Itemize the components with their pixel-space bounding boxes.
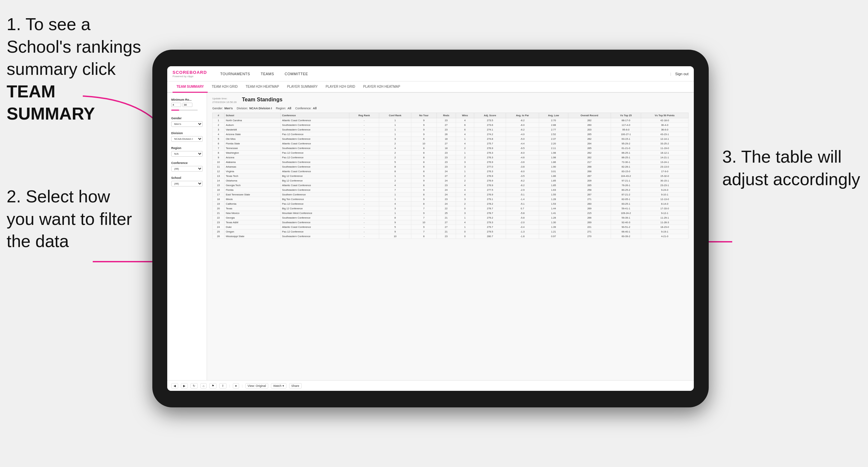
cell-avg-low: 265 xyxy=(568,146,611,151)
cell-wins: 3 xyxy=(456,160,474,165)
cell-avg-to-par: 1.85 xyxy=(539,183,568,188)
nav-tournaments[interactable]: TOURNAMENTS xyxy=(215,66,255,82)
share-toolbar-btn[interactable]: ⇧ xyxy=(219,383,226,388)
cell-avg-par: -6.2 xyxy=(506,127,539,132)
cell-record: 11-19-0 xyxy=(641,146,688,151)
filter-conference-display: Conference: All xyxy=(295,107,317,110)
cell-avg-to-par: 1.28 xyxy=(539,216,568,220)
cell-rank: 4 xyxy=(213,132,224,137)
cell-avg-low: 203 xyxy=(568,127,611,132)
cell-overall: 60-39-2 xyxy=(611,234,641,239)
cell-avg-low: 209 xyxy=(568,179,611,183)
nav-teams[interactable]: TEAMS xyxy=(255,66,279,82)
cell-school: Tennessee xyxy=(224,146,280,151)
cell-wins: 4 xyxy=(456,183,474,188)
cell-rnds: 27 xyxy=(436,225,456,229)
sidebar-filters: Minimum Ro... Gender Men's xyxy=(167,93,207,380)
cell-conf-rank: 8 xyxy=(379,216,411,220)
cell-wins: 4 xyxy=(456,188,474,192)
filter-region-select[interactable]: N/A xyxy=(171,151,203,157)
view-original-btn[interactable]: View: Original xyxy=(245,383,268,388)
cell-wins: 4 xyxy=(456,132,474,137)
filter-conference-select[interactable]: (All) xyxy=(171,166,203,172)
sign-out-button[interactable]: Sign out xyxy=(675,72,688,76)
cell-avg-par: -4.6 xyxy=(506,155,539,160)
cell-rnds: 25 xyxy=(436,211,456,216)
share-btn[interactable]: Share xyxy=(289,383,302,388)
cell-overall: 92-40-3 xyxy=(611,220,641,225)
cell-wins: 1 xyxy=(456,216,474,220)
cell-no-tour: 9 xyxy=(411,188,436,192)
cell-reg-rank: - xyxy=(349,132,379,137)
range-slider[interactable] xyxy=(171,110,198,111)
cell-overall: 86-25-1 xyxy=(611,151,641,155)
min-value-input[interactable] xyxy=(171,103,181,107)
cell-school: Washington xyxy=(224,151,280,155)
cell-rank: 25 xyxy=(213,229,224,234)
cell-record: 11-29-1 xyxy=(641,216,688,220)
cell-conference: Southeastern Conference xyxy=(280,127,349,132)
clock-btn[interactable]: ● xyxy=(233,383,239,388)
cell-reg-rank: - xyxy=(349,146,379,151)
tab-player-summary[interactable]: PLAYER SUMMARY xyxy=(283,82,321,93)
cell-overall: 95-29-2 xyxy=(611,142,641,146)
cell-adj-score: 278.7 xyxy=(474,211,506,216)
back-btn[interactable]: ◀ xyxy=(171,383,178,388)
cell-avg-par: -1.4 xyxy=(506,197,539,202)
cell-adj-score: 278.7 xyxy=(474,206,506,211)
tab-team-h2h-grid[interactable]: TEAM H2H GRID xyxy=(208,82,241,93)
cell-conf-rank: 2 xyxy=(379,151,411,155)
filter-gender-select[interactable]: Men's xyxy=(171,121,203,127)
cell-conf-rank: 1 xyxy=(379,118,411,123)
cell-adj-score: 274.8 xyxy=(474,137,506,142)
tab-player-h2h-heatmap[interactable]: PLAYER H2H HEATMAP xyxy=(359,82,404,93)
home-btn[interactable]: ⌂ xyxy=(200,383,207,388)
cell-overall: 59-39-1 xyxy=(611,216,641,220)
cell-overall: 72-30-1 xyxy=(611,160,641,165)
cell-wins: 4 xyxy=(456,192,474,197)
cell-avg-to-par: 1.85 xyxy=(539,179,568,183)
nav-committee[interactable]: COMMITTEE xyxy=(280,66,314,82)
cell-record: 18-12-1 xyxy=(641,151,688,155)
cell-school: Ole Miss xyxy=(224,137,280,142)
cell-no-tour: 8 xyxy=(411,165,436,169)
cell-overall: 95-6-0 xyxy=(611,127,641,132)
cell-rank: 11 xyxy=(213,165,224,169)
filter-school-select[interactable]: (All) xyxy=(171,181,203,186)
max-value-input[interactable] xyxy=(183,103,192,107)
cell-school: Texas A&M xyxy=(224,220,280,225)
cell-conf-rank: 8 xyxy=(379,165,411,169)
cell-conf-rank: 9 xyxy=(379,220,411,225)
cell-rnds: 24 xyxy=(436,188,456,192)
filter-division-display: Division: NCAA Division I xyxy=(237,107,272,110)
cell-school: California xyxy=(224,202,280,206)
cell-no-tour: 7 xyxy=(411,206,436,211)
reload-btn[interactable]: ↻ xyxy=(190,383,198,388)
cell-conference: Big 12 Conference xyxy=(280,206,349,211)
tab-player-h2h-grid[interactable]: PLAYER H2H GRID xyxy=(321,82,359,93)
cell-no-tour: 8 xyxy=(411,151,436,155)
cell-rnds: 27 xyxy=(436,123,456,127)
cell-wins: 6 xyxy=(456,127,474,132)
filter-gender-section: Gender Men's xyxy=(171,117,203,127)
tab-team-h2h-heatmap[interactable]: TEAM H2H HEATMAP xyxy=(242,82,283,93)
cell-conference: Atlantic Coast Conference xyxy=(280,225,349,229)
standings-title: Team Standings xyxy=(242,97,688,103)
filter-division-select[interactable]: NCAA Division I xyxy=(171,136,203,142)
cell-conf-rank: 1 xyxy=(379,132,411,137)
cell-reg-rank: - xyxy=(349,123,379,127)
cell-conference: Southeastern Conference xyxy=(280,234,349,239)
cell-school: Auburn xyxy=(224,123,280,127)
cell-conference: Southeastern Conference xyxy=(280,137,349,142)
forward-btn[interactable]: ▶ xyxy=(181,383,188,388)
cell-rnds: 23 xyxy=(436,183,456,188)
cell-conf-rank: 1 xyxy=(379,123,411,127)
cell-record: 30-4-0 xyxy=(641,123,688,127)
tab-team-summary[interactable]: TEAM SUMMARY xyxy=(173,82,208,93)
bookmark-btn[interactable]: ⚑ xyxy=(209,383,217,388)
watch-btn[interactable]: Watch ▾ xyxy=(271,383,286,388)
cell-wins: 1 xyxy=(456,151,474,155)
cell-avg-par: -6.0 xyxy=(506,169,539,174)
cell-no-tour: 9 xyxy=(411,118,436,123)
cell-avg-to-par: 1.53 xyxy=(539,202,568,206)
